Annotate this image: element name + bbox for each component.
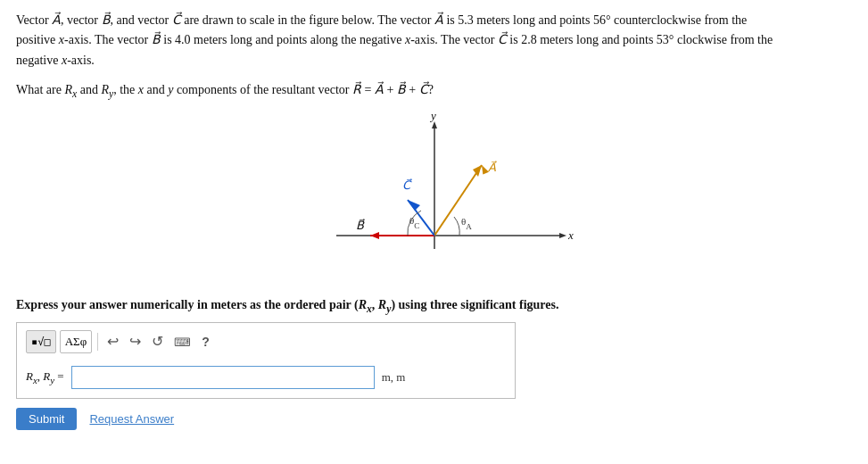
redo-button[interactable]: ↪ (126, 331, 145, 352)
svg-marker-3 (432, 121, 437, 128)
input-label: Rx, Ry = (26, 369, 64, 385)
svg-text:θC: θC (409, 215, 419, 230)
undo-button[interactable]: ↩ (103, 331, 122, 352)
svg-text:B⃗: B⃗ (356, 219, 365, 232)
problem-text: Vector A⃗, vector B⃗, and vector C⃗ are … (16, 11, 852, 70)
svg-text:y: y (429, 111, 436, 122)
svg-text:x: x (567, 228, 574, 242)
svg-marker-1 (559, 233, 566, 238)
help-icon: ? (202, 335, 210, 349)
svg-marker-14 (408, 200, 420, 211)
square-root-button[interactable]: ▪√□ (26, 330, 56, 353)
svg-text:A⃗: A⃗ (488, 161, 497, 174)
keyboard-button[interactable]: ⌨ (170, 332, 194, 352)
redo-icon: ↪ (129, 334, 141, 349)
toolbar: ▪√□ ΑΣφ ↩ ↪ ↺ ⌨ ? (26, 330, 506, 359)
express-line: Express your answer numerically in meter… (16, 298, 852, 315)
keyboard-icon: ⌨ (174, 336, 191, 349)
svg-marker-11 (370, 232, 379, 239)
request-answer-button[interactable]: Request Answer (89, 412, 174, 426)
separator (97, 333, 98, 351)
unit-label: m, m (382, 370, 406, 385)
answer-input[interactable] (71, 366, 375, 389)
answer-box: ▪√□ ΑΣφ ↩ ↪ ↺ ⌨ ? Rx, Ry = m, m (16, 322, 516, 399)
input-row: Rx, Ry = m, m (26, 366, 506, 389)
vector-diagram: x y A⃗ B⃗ C⃗ θC θA (283, 111, 586, 289)
refresh-button[interactable]: ↺ (148, 331, 167, 352)
figure-area: x y A⃗ B⃗ C⃗ θC θA (16, 111, 852, 289)
button-row: Submit Request Answer (16, 408, 852, 430)
greek-icon: ΑΣφ (65, 335, 87, 349)
and-vector-text: and vector (117, 13, 169, 27)
help-button[interactable]: ? (198, 332, 213, 352)
square-root-icon: ▪√□ (31, 336, 51, 348)
question-text: What are Rx and Ry, the x and y componen… (16, 79, 852, 104)
svg-text:θA: θA (461, 216, 472, 231)
submit-button[interactable]: Submit (16, 408, 77, 430)
refresh-icon: ↺ (152, 334, 163, 349)
greek-symbols-button[interactable]: ΑΣφ (60, 330, 92, 353)
undo-icon: ↩ (107, 334, 119, 349)
svg-text:C⃗: C⃗ (402, 178, 412, 192)
